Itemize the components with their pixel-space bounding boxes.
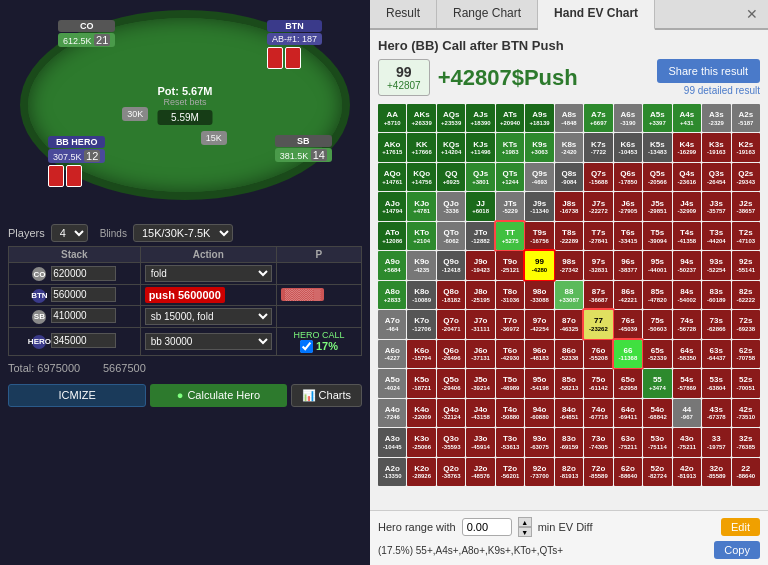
- hand-cell-44[interactable]: 44-967: [673, 399, 701, 427]
- copy-button[interactable]: Copy: [714, 541, 760, 559]
- hand-cell-k6o[interactable]: K6o-15794: [407, 340, 435, 368]
- hand-cell-64s[interactable]: 64s-58350: [673, 340, 701, 368]
- detailed-link[interactable]: 99 detailed result: [684, 85, 760, 96]
- hand-cell-63o[interactable]: 63o-75211: [614, 428, 642, 456]
- hand-cell-t2o[interactable]: T2o-56201: [496, 458, 524, 486]
- hand-cell-54o[interactable]: 54o-68842: [643, 399, 671, 427]
- hand-cell-53s[interactable]: 53s-63804: [702, 369, 730, 397]
- hand-cell-63s[interactable]: 63s-64437: [702, 340, 730, 368]
- hand-cell-kqs[interactable]: KQs+14204: [437, 133, 465, 161]
- hand-cell-t7o[interactable]: T7o-36972: [496, 310, 524, 338]
- hand-cell-43o[interactable]: 43o-75211: [673, 428, 701, 456]
- hand-cell-99[interactable]: 99-4280: [525, 251, 553, 279]
- hand-cell-75s[interactable]: 75s-50603: [643, 310, 671, 338]
- hand-cell-t5o[interactable]: T5o-48989: [496, 369, 524, 397]
- hand-cell-t4o[interactable]: T4o-50880: [496, 399, 524, 427]
- hand-cell-65s[interactable]: 65s-52339: [643, 340, 671, 368]
- icmize-button[interactable]: ICMIZE: [8, 384, 146, 407]
- hand-cell-87o[interactable]: 87o-46325: [555, 310, 583, 338]
- range-min-ev-input[interactable]: [462, 518, 512, 536]
- hand-cell-j6s[interactable]: J6s-27905: [614, 192, 642, 220]
- sb-action-select[interactable]: sb 15000, fold: [145, 308, 272, 325]
- hand-cell-ako[interactable]: AKo+17615: [378, 133, 406, 161]
- hand-cell-22[interactable]: 22-88640: [732, 458, 760, 486]
- hand-cell-t3o[interactable]: T3o-53613: [496, 428, 524, 456]
- hand-cell-ajs[interactable]: AJs+18390: [466, 104, 494, 132]
- hand-cell-k8s[interactable]: K8s-2420: [555, 133, 583, 161]
- hand-cell-j7o[interactable]: J7o-31111: [466, 310, 494, 338]
- hand-cell-aqs[interactable]: AQs+23539: [437, 104, 465, 132]
- hand-cell-93s[interactable]: 93s-52254: [702, 251, 730, 279]
- hand-cell-a3s[interactable]: A3s-2329: [702, 104, 730, 132]
- hand-cell-95o[interactable]: 95o-54198: [525, 369, 553, 397]
- hand-cell-98o[interactable]: 98o-33088: [525, 281, 553, 309]
- hand-cell-k5s[interactable]: K5s-13483: [643, 133, 671, 161]
- hand-cell-t2s[interactable]: T2s-47103: [732, 222, 760, 250]
- edit-button[interactable]: Edit: [721, 518, 760, 536]
- hand-cell-q4o[interactable]: Q4o-32124: [437, 399, 465, 427]
- hand-cell-t6s[interactable]: T6s-33415: [614, 222, 642, 250]
- hand-cell-76o[interactable]: 76o-55208: [584, 340, 612, 368]
- hand-cell-j8s[interactable]: J8s-16738: [555, 192, 583, 220]
- hand-cell-t5s[interactable]: T5s-39094: [643, 222, 671, 250]
- hand-cell-j5s[interactable]: J5s-29851: [643, 192, 671, 220]
- hand-cell-t7s[interactable]: T7s-27841: [584, 222, 612, 250]
- hand-cell-k3s[interactable]: K3s-19163: [702, 133, 730, 161]
- hand-cell-q7s[interactable]: Q7s-15688: [584, 163, 612, 191]
- hand-cell-a8o[interactable]: A8o+2833: [378, 281, 406, 309]
- hand-cell-a5s[interactable]: A5s+3397: [643, 104, 671, 132]
- hand-cell-q6s[interactable]: Q6s-17850: [614, 163, 642, 191]
- spinner-down[interactable]: ▼: [518, 527, 532, 537]
- hand-cell-j8o[interactable]: J8o-25195: [466, 281, 494, 309]
- hand-cell-a3o[interactable]: A3o-10445: [378, 428, 406, 456]
- hand-cell-96o[interactable]: 96o-48183: [525, 340, 553, 368]
- hand-cell-97s[interactable]: 97s-32831: [584, 251, 612, 279]
- hand-cell-q9s[interactable]: Q9s-4693: [525, 163, 553, 191]
- hand-cell-92o[interactable]: 92o-73700: [525, 458, 553, 486]
- spinner-up[interactable]: ▲: [518, 517, 532, 527]
- hand-cell-83s[interactable]: 83s-60189: [702, 281, 730, 309]
- hand-cell-t9s[interactable]: T9s-16756: [525, 222, 553, 250]
- hand-cell-52s[interactable]: 52s-70051: [732, 369, 760, 397]
- hand-cell-qjo[interactable]: QJo-3336: [437, 192, 465, 220]
- hand-cell-kts[interactable]: KTs+1983: [496, 133, 524, 161]
- hand-cell-q7o[interactable]: Q7o-20471: [437, 310, 465, 338]
- hand-cell-t8o[interactable]: T8o-31036: [496, 281, 524, 309]
- hand-cell-73o[interactable]: 73o-74305: [584, 428, 612, 456]
- hand-cell-q2o[interactable]: Q2o-38763: [437, 458, 465, 486]
- reset-bets[interactable]: Reset bets: [157, 97, 212, 107]
- hand-cell-q3s[interactable]: Q3s-26454: [702, 163, 730, 191]
- hand-cell-kto[interactable]: KTo+2104: [407, 222, 435, 250]
- hand-cell-t6o[interactable]: T6o-42930: [496, 340, 524, 368]
- hand-cell-k6s[interactable]: K6s-10453: [614, 133, 642, 161]
- hand-cell-a9s[interactable]: A9s+18139: [525, 104, 553, 132]
- hand-cell-a6s[interactable]: A6s-3190: [614, 104, 642, 132]
- hand-cell-42s[interactable]: 42s-73510: [732, 399, 760, 427]
- hand-cell-j9o[interactable]: J9o-19423: [466, 251, 494, 279]
- hand-cell-q8o[interactable]: Q8o-18182: [437, 281, 465, 309]
- hand-cell-q5s[interactable]: Q5s-20566: [643, 163, 671, 191]
- share-button[interactable]: Share this result: [657, 59, 760, 83]
- hand-cell-33[interactable]: 33-19757: [702, 428, 730, 456]
- hand-cell-q3o[interactable]: Q3o-35593: [437, 428, 465, 456]
- hand-cell-82s[interactable]: 82s-62222: [732, 281, 760, 309]
- co-action-select[interactable]: fold: [145, 265, 272, 282]
- hand-cell-53o[interactable]: 53o-75114: [643, 428, 671, 456]
- hand-cell-a7o[interactable]: A7o-464: [378, 310, 406, 338]
- hand-cell-93o[interactable]: 93o-63075: [525, 428, 553, 456]
- hero-call-checkbox[interactable]: [300, 340, 313, 353]
- players-select[interactable]: 42356: [51, 224, 88, 242]
- hand-cell-83o[interactable]: 83o-69159: [555, 428, 583, 456]
- hand-cell-q2s[interactable]: Q2s-29343: [732, 163, 760, 191]
- hand-cell-jts[interactable]: JTs-5229: [496, 192, 524, 220]
- hand-cell-q8s[interactable]: Q8s-9084: [555, 163, 583, 191]
- sb-stack-input[interactable]: [51, 308, 116, 323]
- hand-cell-43s[interactable]: 43s-67378: [702, 399, 730, 427]
- calc-hero-button[interactable]: ●Calculate Hero: [150, 384, 286, 407]
- hand-cell-j4s[interactable]: J4s-32909: [673, 192, 701, 220]
- hand-cell-ajo[interactable]: AJo+14794: [378, 192, 406, 220]
- hand-cell-qjs[interactable]: QJs+3801: [466, 163, 494, 191]
- hand-cell-aa[interactable]: AA+8710: [378, 104, 406, 132]
- hero-action-select[interactable]: bb 30000: [145, 333, 272, 350]
- hand-cell-q9o[interactable]: Q9o-12418: [437, 251, 465, 279]
